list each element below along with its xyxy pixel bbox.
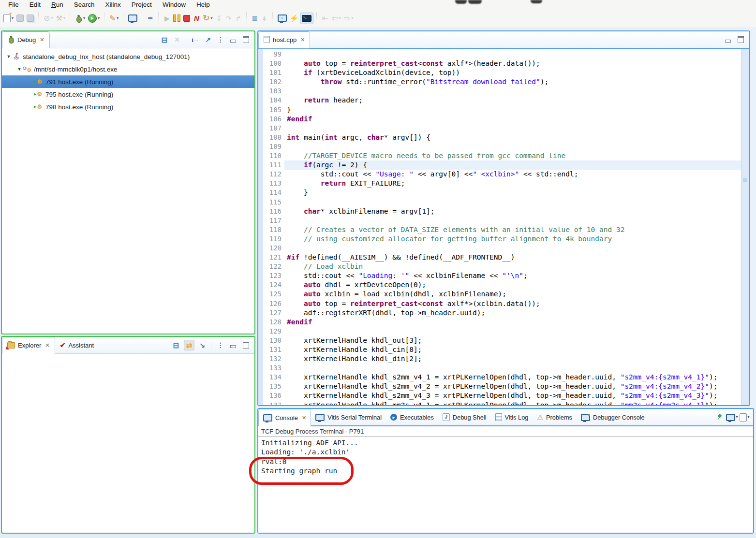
console-view-button[interactable] [127, 13, 139, 24]
close-icon[interactable]: ✕ [40, 37, 44, 43]
step-return-button[interactable]: ↱ [234, 13, 243, 24]
new-wizard-button[interactable]: ✦▾ [2, 13, 15, 24]
instruction-stepping-button[interactable]: i→ [191, 35, 200, 44]
menu-search[interactable]: Search [69, 1, 100, 8]
view-menu-button[interactable]: ⋮ [216, 35, 225, 44]
line-number: 119 [263, 234, 282, 244]
pin-console-button[interactable] [714, 412, 724, 422]
dropdown-caret-icon[interactable]: ▾ [51, 16, 53, 20]
back-button[interactable]: ⇦▾ [330, 13, 342, 24]
code-line: // Load xclbin [284, 262, 741, 271]
console-content[interactable]: TCF Debug Process Terminal - P791 Initia… [258, 426, 753, 533]
console-view: Console✕Vitis Serial Terminal▶Executable… [257, 408, 754, 534]
minimize-button[interactable] [228, 35, 238, 44]
skip-breakpoints-button[interactable]: ⊘▾ [42, 13, 54, 24]
view-menu-button[interactable]: ⋮ [216, 340, 225, 350]
code-line: std::cout << "Loading: '" << xclbinFilen… [284, 271, 741, 280]
terminate-button[interactable] [182, 13, 192, 24]
tab-vitis-log[interactable]: Vitis Log [491, 409, 533, 425]
step-into-button[interactable]: ↧ [214, 13, 224, 24]
tab-debug[interactable]: Debug ✕ [2, 31, 50, 48]
build-button[interactable]: ⚒▾ [54, 13, 66, 24]
dropdown-caret-icon[interactable]: ▾ [351, 16, 353, 20]
dropdown-caret-icon[interactable]: ▾ [211, 16, 213, 20]
expander-icon[interactable]: ▼ [16, 67, 22, 72]
debug-tree-item[interactable]: ▼ξTCFstandalone_debug_lnx_host (standalo… [2, 50, 254, 63]
line-number: 107 [263, 124, 282, 133]
collapse-all-button[interactable]: ⊟ [171, 340, 181, 350]
tab-debugger-console[interactable]: Debugger Console [577, 409, 649, 425]
step-filters-button[interactable]: ↡ [260, 13, 269, 24]
tab-assistant[interactable]: ✔ Assistant [55, 337, 99, 353]
step-over-button[interactable]: ↷ [224, 13, 234, 24]
tab-host-cpp[interactable]: host.cpp ✕ [258, 31, 310, 48]
minimize-button[interactable] [228, 340, 238, 350]
disconnect-button[interactable]: N [192, 13, 201, 24]
link-with-editor-button[interactable]: ⇄ [184, 340, 194, 350]
collapse-all-button[interactable]: ⊟ [160, 35, 169, 44]
resume-button[interactable]: ▶ [162, 13, 172, 24]
explorer-content[interactable] [2, 354, 254, 533]
debug-tree-item[interactable]: ▼⟳⚙/mnt/sd-mmcblk0p1/host.exe [2, 63, 254, 75]
tab-debug-shell[interactable]: JDebug Shell [438, 409, 491, 425]
code-line: } [284, 188, 741, 197]
terminal-button[interactable]: › [276, 13, 288, 24]
annotation-ruler[interactable] [258, 49, 263, 405]
dropdown-caret-icon[interactable]: ▾ [339, 16, 341, 20]
close-icon[interactable]: ✕ [300, 37, 305, 43]
menu-help[interactable]: Help [191, 1, 215, 8]
line-number: 99 [263, 50, 282, 59]
line-number-ruler[interactable]: 9910010110210310410510610710810911011111… [263, 49, 284, 405]
tab-vitis-serial-terminal[interactable]: Vitis Serial Terminal [311, 409, 386, 425]
expander-icon[interactable]: ▼ [6, 54, 12, 59]
tab-executables[interactable]: ▶Executables [386, 409, 438, 425]
tab-console[interactable]: Console✕ [258, 409, 311, 426]
menu-run[interactable]: Run [46, 1, 69, 8]
tab-explorer[interactable]: ◣ Explorer ✕ [2, 337, 55, 354]
dropdown-caret-icon[interactable]: ▾ [98, 16, 100, 20]
dropdown-caret-icon[interactable]: ▾ [12, 16, 14, 20]
menu-xilinx[interactable]: Xilinx [100, 1, 126, 8]
code-editor-content[interactable]: auto top = reinterpret_cast<const axlf*>… [284, 49, 741, 405]
debug-tree-item[interactable]: ▶⚙795 host.exe (Running) [2, 88, 254, 101]
last-edit-location-button[interactable]: ⇤ [320, 13, 330, 24]
maximize-button[interactable] [241, 35, 251, 44]
tab-problems[interactable]: ⚠Problems [533, 409, 577, 425]
menu-edit[interactable]: Edit [24, 1, 46, 8]
forward-button[interactable]: ⇨▾ [342, 13, 355, 24]
run-button[interactable]: ▶▾ [87, 13, 101, 24]
minimize-button[interactable] [723, 35, 733, 44]
dropdown-caret-icon[interactable]: ▾ [117, 16, 119, 20]
dropdown-caret-icon[interactable]: ▾ [83, 16, 85, 20]
launch-group-button[interactable]: ≣ [250, 13, 260, 24]
open-console-button[interactable]: ▾ [740, 412, 749, 422]
maximize-button[interactable] [736, 35, 745, 44]
edit-source-lookup-button[interactable]: ↗ [203, 35, 213, 44]
sdk-terminal-button[interactable]: ›_ [300, 13, 313, 24]
remove-all-button[interactable]: ✕ [172, 35, 182, 44]
code-line: char* xclbinFilename = argv[1]; [284, 207, 741, 216]
menu-file[interactable]: File [3, 1, 24, 8]
debug-tree-item[interactable]: ▶⚙791 host.exe (Running) [2, 75, 254, 88]
overview-ruler[interactable] [741, 49, 749, 405]
debug-button[interactable]: ▾ [74, 13, 87, 24]
launch-config-button[interactable]: ✎▾ [108, 13, 120, 24]
import-selection-button[interactable]: ↘ [197, 340, 207, 350]
connect-target-button[interactable]: ⚡ [288, 13, 300, 24]
restart-button[interactable]: ↻▾ [201, 13, 214, 24]
save-button[interactable] [15, 13, 25, 24]
display-console-button[interactable]: ▾ [727, 412, 737, 422]
debug-tree-item[interactable]: ▶⚙798 host.exe (Running) [2, 101, 254, 113]
dropdown-caret-icon[interactable]: ▾ [63, 16, 65, 20]
code-line: return EXIT_FAILURE; [284, 179, 741, 188]
close-icon[interactable]: ✕ [45, 342, 49, 349]
menu-window[interactable]: Window [157, 1, 191, 8]
save-all-button[interactable] [25, 13, 35, 24]
vitis-ide-window: { "menu_bar": { "items": ["File", "Edit"… [0, 0, 756, 538]
suspend-button[interactable] [172, 13, 182, 24]
menu-project[interactable]: Project [126, 1, 157, 8]
annotation-pen-button[interactable]: ✒ [146, 13, 155, 24]
close-icon[interactable]: ✕ [302, 415, 306, 421]
console-line: Initializing ADF API... [261, 438, 753, 448]
maximize-button[interactable] [241, 340, 251, 350]
